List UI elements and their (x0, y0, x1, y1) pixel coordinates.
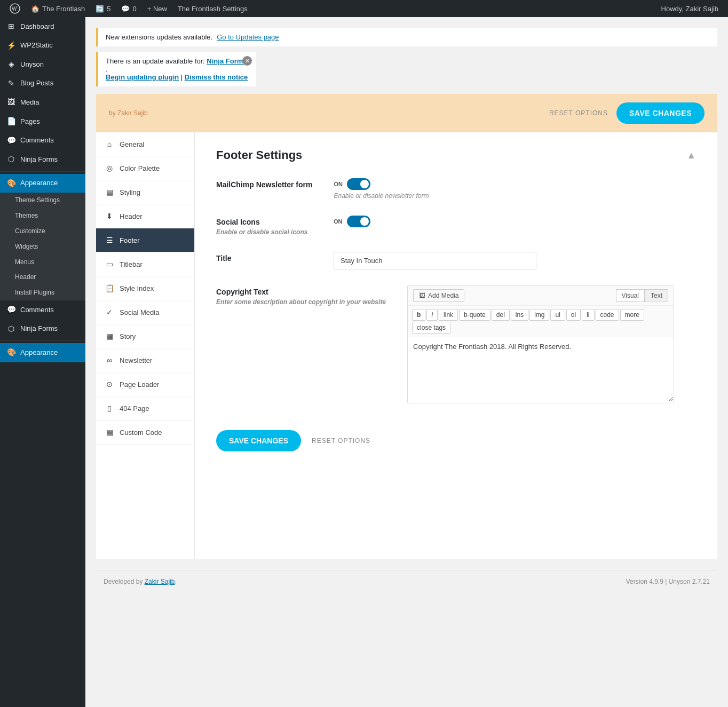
footer-version: Version 4.9.9 | Unyson 2.7.21 (626, 578, 710, 585)
nav-footer[interactable]: ☰ Footer (96, 228, 194, 252)
sidebar-item-ninja-forms[interactable]: ⬡ Ninja Forms (0, 150, 85, 169)
style-index-icon: 📋 (105, 284, 114, 292)
nav-custom-code[interactable]: ▤ Custom Code (96, 420, 194, 444)
collapse-arrow-icon[interactable]: ▲ (686, 150, 696, 161)
bottom-actions: SAVE CHANGES RESET OPTIONS (216, 419, 696, 451)
header-icon: ⬇ (105, 212, 114, 220)
sidebar-item-appearance[interactable]: 🎨 Appearance (0, 174, 85, 193)
nav-color-palette[interactable]: ◎ Color Palette (96, 156, 194, 180)
plugin-name-link[interactable]: Ninja Forms (207, 57, 247, 65)
sidebar-item-dashboard[interactable]: ⊞ Dashboard (0, 17, 85, 36)
nav-general[interactable]: ⌂ General (96, 132, 194, 156)
toolbar-ul[interactable]: ul (550, 309, 565, 321)
sidebar-subitem-customize[interactable]: Customize (0, 224, 85, 239)
site-footer: Developed by Zakir Sajib. Version 4.9.9 … (96, 570, 717, 593)
nav-social-media[interactable]: ✓ Social Media (96, 300, 194, 324)
wp-logo-item[interactable]: W (4, 0, 26, 17)
nav-label: Story (120, 332, 136, 340)
mailchimp-toggle[interactable] (347, 178, 370, 190)
editor-top: 🖼 Add Media Visual Text (408, 286, 674, 306)
toolbar-link[interactable]: link (439, 309, 458, 321)
sidebar-label: Blog Posts (20, 78, 53, 88)
sidebar-label: Ninja Forms (20, 324, 58, 333)
sidebar-subitem-widgets[interactable]: Widgets (0, 239, 85, 255)
sidebar-subitem-theme-settings[interactable]: Theme Settings (0, 193, 85, 208)
add-media-label: Add Media (428, 292, 458, 299)
save-changes-button[interactable]: SAVE CHANGES (616, 102, 705, 124)
widgets-label: Widgets (15, 242, 38, 251)
bottom-reset-button[interactable]: RESET OPTIONS (312, 437, 370, 444)
sidebar-subitem-install-plugins[interactable]: Install Plugins (0, 285, 85, 300)
editor-tabs: Visual Text (616, 289, 668, 302)
sidebar-item-pages[interactable]: 📄 Pages (0, 112, 85, 131)
sidebar-item-blog-posts[interactable]: ✎ Blog Posts (0, 74, 85, 93)
sidebar-subitem-themes[interactable]: Themes (0, 208, 85, 224)
sidebar-item-unyson[interactable]: ◈ Unyson (0, 55, 85, 74)
wp2static-icon: ⚡ (6, 41, 16, 51)
social-icons-toggle[interactable] (347, 216, 370, 227)
nav-page-loader[interactable]: ⊙ Page Loader (96, 372, 194, 396)
comments-item[interactable]: 💬 0 (116, 0, 141, 17)
styling-icon: ▤ (105, 188, 114, 196)
sidebar-item-comments[interactable]: 💬 Comments (0, 131, 85, 150)
title-input[interactable] (334, 252, 536, 269)
nav-styling[interactable]: ▤ Styling (96, 180, 194, 204)
nav-label: Titlebar (120, 260, 143, 268)
toolbar-b-quote[interactable]: b-quote (459, 309, 490, 321)
toolbar-close-tags[interactable]: close tags (412, 322, 450, 333)
add-media-icon: 🖼 (419, 292, 425, 299)
social-icons-toggle-wrap: ON (334, 216, 696, 227)
admin-bar: W 🏠 The Frontlash 🔄 5 💬 0 + New The Fron… (0, 0, 728, 17)
sidebar-item-wp2static[interactable]: ⚡ WP2Static (0, 36, 85, 55)
nav-newsletter[interactable]: ∞ Newsletter (96, 348, 194, 372)
mailchimp-slider (347, 178, 370, 190)
toolbar-i[interactable]: i (426, 309, 438, 321)
sidebar-label: Appearance (20, 178, 58, 188)
toolbar-ins[interactable]: ins (511, 309, 528, 321)
updates-link[interactable]: Go to Updates page (217, 33, 279, 41)
tab-visual[interactable]: Visual (616, 289, 645, 302)
nav-titlebar[interactable]: ▭ Titlebar (96, 252, 194, 276)
updates-item[interactable]: 🔄 5 (90, 0, 116, 17)
nav-404-page[interactable]: ▯ 404 Page (96, 396, 194, 420)
toolbar-li[interactable]: li (582, 309, 594, 321)
sidebar-label: Media (20, 98, 39, 107)
toolbar-img[interactable]: img (529, 309, 549, 321)
toolbar-ol[interactable]: ol (566, 309, 581, 321)
editor-textarea[interactable]: Copyright The Frontlash 2018. All Rights… (408, 337, 674, 401)
panel-nav: ⌂ General ◎ Color Palette ▤ Styling ⬇ He… (96, 132, 195, 559)
add-media-button[interactable]: 🖼 Add Media (413, 289, 464, 302)
toolbar-more[interactable]: more (620, 309, 644, 321)
tab-text[interactable]: Text (645, 289, 668, 302)
editor-wrap: 🖼 Add Media Visual Text b i (407, 285, 674, 403)
sidebar-item-media[interactable]: 🖼 Media (0, 93, 85, 112)
nav-label: General (120, 140, 144, 148)
nav-label: 404 Page (120, 404, 149, 412)
nav-label: Newsletter (120, 356, 152, 364)
panel: ⌂ General ◎ Color Palette ▤ Styling ⬇ He… (96, 132, 717, 559)
sidebar-item-comments-2[interactable]: 💬 Comments (0, 300, 85, 320)
themes-label: Themes (15, 211, 38, 220)
site-name-item[interactable]: 🏠 The Frontlash (26, 0, 90, 17)
toolbar-b[interactable]: b (412, 309, 425, 321)
bottom-save-button[interactable]: SAVE CHANGES (216, 430, 301, 451)
sidebar-subitem-menus[interactable]: Menus (0, 255, 85, 270)
nav-header[interactable]: ⬇ Header (96, 204, 194, 228)
nav-style-index[interactable]: 📋 Style Index (96, 276, 194, 300)
update-plugin-link[interactable]: Begin updating plugin (106, 73, 179, 81)
header-label: Header (15, 273, 36, 282)
reset-options-button[interactable]: RESET OPTIONS (549, 109, 608, 117)
nav-label: Header (120, 212, 143, 220)
new-item[interactable]: + New (142, 0, 172, 17)
nav-story[interactable]: ▦ Story (96, 324, 194, 348)
sidebar-subitem-header[interactable]: Header (0, 269, 85, 285)
toolbar-code[interactable]: code (596, 309, 619, 321)
footer-author-link[interactable]: Zakir Sajib (145, 578, 175, 585)
dismiss-notice-link[interactable]: Dismiss this notice (185, 73, 248, 81)
theme-settings-item[interactable]: The Frontlash Settings (172, 0, 253, 17)
sidebar-item-ninja-forms-2[interactable]: ⬡ Ninja Forms (0, 320, 85, 339)
toolbar-del[interactable]: del (492, 309, 510, 321)
social-media-icon: ✓ (105, 308, 114, 316)
close-icon[interactable]: ✕ (242, 56, 252, 66)
sidebar-item-appearance-2[interactable]: 🎨 Appearance (0, 343, 85, 362)
